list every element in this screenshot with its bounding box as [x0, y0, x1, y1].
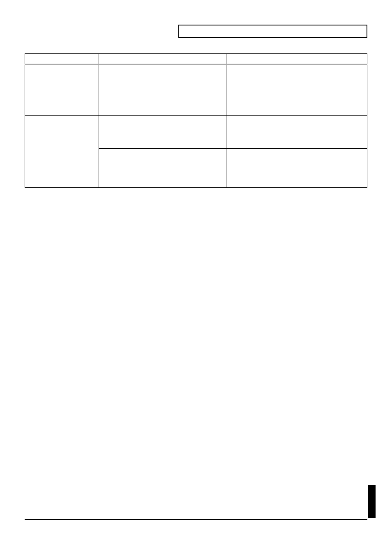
section-tab [368, 485, 376, 518]
table-cell [226, 64, 367, 116]
header-title-box [178, 25, 367, 38]
table-cell [99, 149, 226, 165]
table-cell [25, 64, 99, 116]
table-cell [25, 165, 99, 188]
footer-divider [25, 519, 367, 520]
table-row [25, 116, 367, 149]
table-row [25, 64, 367, 116]
table-cell [99, 64, 226, 116]
table-header-1 [25, 54, 99, 64]
table-cell [226, 116, 367, 149]
table-cell [226, 149, 367, 165]
table-cell [99, 116, 226, 149]
table-cell [99, 165, 226, 188]
table-cell [25, 116, 99, 165]
table-header-2 [99, 54, 226, 64]
troubleshooting-table [25, 53, 367, 188]
main-content [25, 53, 367, 188]
table-header-3 [226, 54, 367, 64]
table-row [25, 165, 367, 188]
table-cell [226, 165, 367, 188]
